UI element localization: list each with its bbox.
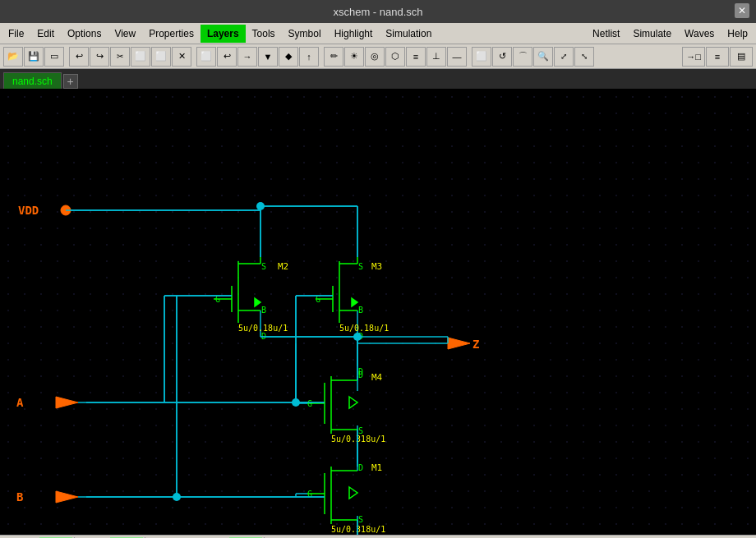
tb-copy2[interactable]: ↩ xyxy=(217,47,237,67)
z-label: Z xyxy=(472,338,479,351)
m4-params: 5u/0.318u/1 xyxy=(331,435,385,444)
tb-r3[interactable]: ▤ xyxy=(730,47,753,67)
tb-line[interactable]: — xyxy=(447,47,467,67)
tb-up[interactable]: ↑ xyxy=(299,47,319,67)
menu-view[interactable]: View xyxy=(108,25,142,43)
svg-text:S: S xyxy=(358,515,363,524)
menu-simulation[interactable]: Simulation xyxy=(379,25,438,43)
tb-polygon[interactable]: ⬡ xyxy=(385,47,405,67)
a-label: A xyxy=(16,396,24,409)
menu-layers[interactable]: Layers xyxy=(201,25,246,43)
tb-curve[interactable]: ⌒ xyxy=(513,47,532,67)
schematic-canvas[interactable]: // dots rendered via SVG pattern xyxy=(0,89,756,535)
m3-params: 5u/0.18u/1 xyxy=(339,324,389,333)
svg-text:S: S xyxy=(261,262,266,271)
m4-label: M4 xyxy=(371,372,383,383)
toolbar-right: →□ ≡ ▤ xyxy=(682,47,753,67)
toolbar: 📂 💾 ▭ ↩ ↪ ✂ ⬜ ⬜ ✕ ⬜ ↩ → ▼ ◆ ↑ ✏ ☀ ◎ ⬡ ≡ … xyxy=(0,44,756,69)
tb-cut[interactable]: ✂ xyxy=(110,47,130,67)
menu-right: Netlist Simulate Waves Help xyxy=(586,25,754,43)
tb-perp[interactable]: ⊥ xyxy=(426,47,446,67)
menu-symbol[interactable]: Symbol xyxy=(282,25,328,43)
menu-tools[interactable]: Tools xyxy=(246,25,282,43)
m1-params: 5u/0.318u/1 xyxy=(331,525,385,534)
tb-pop[interactable]: ▼ xyxy=(258,47,278,67)
tb-push[interactable]: → xyxy=(237,47,257,67)
tab-add-button[interactable]: + xyxy=(63,74,78,89)
menu-netlist[interactable]: Netlist xyxy=(586,25,626,43)
svg-text:B: B xyxy=(261,306,266,315)
tb-zoom-box[interactable]: ⤢ xyxy=(554,47,574,67)
tb-delete[interactable]: ✕ xyxy=(172,47,191,67)
schematic-svg: // dots rendered via SVG pattern xyxy=(0,89,756,535)
b-label: B xyxy=(16,490,23,504)
m1-label: M1 xyxy=(371,462,382,473)
svg-text:S: S xyxy=(358,426,363,435)
svg-text:D: D xyxy=(358,367,363,376)
tb-open[interactable]: 📂 xyxy=(3,47,23,67)
tb-box[interactable]: ⬜ xyxy=(472,47,491,67)
menu-simulate[interactable]: Simulate xyxy=(626,25,678,43)
svg-text:S: S xyxy=(358,262,363,271)
menu-waves[interactable]: Waves xyxy=(678,25,721,43)
tb-r1[interactable]: →□ xyxy=(682,47,705,67)
svg-text:B: B xyxy=(358,306,363,315)
svg-text:D: D xyxy=(358,463,363,472)
svg-text:G: G xyxy=(307,399,312,408)
m3-label: M3 xyxy=(371,261,382,272)
menu-file[interactable]: File xyxy=(2,25,30,43)
menu-help[interactable]: Help xyxy=(721,25,754,43)
tb-r2[interactable]: ≡ xyxy=(706,47,729,67)
tb-lines[interactable]: ≡ xyxy=(406,47,426,67)
tb-draw[interactable]: ✏ xyxy=(324,47,343,67)
menu-properties[interactable]: Properties xyxy=(142,25,201,43)
menu-options[interactable]: Options xyxy=(61,25,108,43)
tab-nand[interactable]: nand.sch xyxy=(3,72,62,89)
tb-arc[interactable]: ↺ xyxy=(492,47,512,67)
statusbar: SNAP: 10 GRID: 20 NETLIST MODE: spice mo… xyxy=(0,535,756,538)
m2-label: M2 xyxy=(278,261,288,272)
tb-move[interactable]: ⬜ xyxy=(196,47,216,67)
tb-paste[interactable]: ⬜ xyxy=(151,47,171,67)
window-title: xschem - nand.sch xyxy=(333,6,422,18)
tb-save[interactable]: 💾 xyxy=(24,47,44,67)
tabbar: nand.sch + xyxy=(0,69,756,89)
close-button[interactable]: ✕ xyxy=(735,3,749,18)
menu-highlight[interactable]: Highlight xyxy=(328,25,380,43)
titlebar: xschem - nand.sch ✕ xyxy=(0,0,756,23)
tb-light[interactable]: ☀ xyxy=(344,47,364,67)
tb-circle[interactable]: ◎ xyxy=(365,47,385,67)
menu-edit[interactable]: Edit xyxy=(30,25,61,43)
tb-snap[interactable]: ◆ xyxy=(279,47,298,67)
menubar: File Edit Options View Properties Layers… xyxy=(0,23,756,44)
tb-rect[interactable]: ▭ xyxy=(44,47,64,67)
tb-zoom-out[interactable]: ⤡ xyxy=(574,47,594,67)
vdd-label: VDD xyxy=(18,204,39,217)
tb-undo[interactable]: ↩ xyxy=(69,47,89,67)
tb-zoom-in[interactable]: 🔍 xyxy=(533,47,553,67)
tb-redo[interactable]: ↪ xyxy=(90,47,109,67)
tb-copy[interactable]: ⬜ xyxy=(131,47,150,67)
